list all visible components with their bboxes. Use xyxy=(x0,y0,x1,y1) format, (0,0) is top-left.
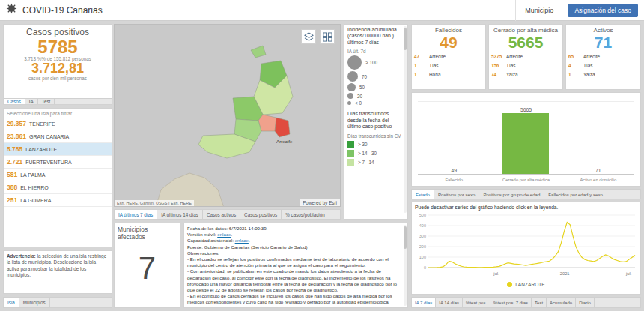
tab-ia14[interactable]: IA 14 días xyxy=(436,298,463,307)
estado-bar-chart-panel: 49 Fallecido 5665 Cerrado por alta médic… xyxy=(411,92,641,187)
map-tab-strip: IA últimos 7 días IA últimos 14 días Cas… xyxy=(114,209,341,220)
svg-text:jul.: jul. xyxy=(493,271,499,276)
municipios-afectados-panel: Municipios afectados 7 xyxy=(114,223,180,308)
tab-ia-14-dias[interactable]: IA últimos 14 días xyxy=(157,210,203,219)
tab-pct-casos-poblacion[interactable]: % casos/población xyxy=(282,210,329,219)
layers-icon xyxy=(304,32,314,42)
tab-acumulado[interactable]: Acumulado xyxy=(547,298,576,307)
island-row-tenerife[interactable]: 29.357 TENERIFE xyxy=(4,118,112,130)
island-row-la-palma[interactable]: 581 LA PALMA xyxy=(4,169,112,181)
panel-title: Activos xyxy=(566,25,640,34)
island-count: 388 xyxy=(7,184,17,191)
legend-circle-item: 20 xyxy=(347,93,401,99)
stat-list-item[interactable]: 74Yaiza xyxy=(489,70,562,79)
map-legend-panel[interactable]: Incidencia acumulada (casos/100000 hab.)… xyxy=(344,24,408,220)
layer-list-button[interactable] xyxy=(301,29,316,44)
island-row-fuerteventura[interactable]: 2.721 FUERTEVENTURA xyxy=(4,156,112,169)
map-panel[interactable]: Arrecife Esri, HERE, Garmin, USGS | Esri… xyxy=(114,24,341,207)
period: . xyxy=(249,238,250,243)
isla-municipios-tab-strip: Isla Municipios xyxy=(3,297,112,308)
tab-test[interactable]: Test xyxy=(38,99,55,104)
island-count: 5.785 xyxy=(7,145,22,153)
stat-list-item[interactable]: 156Tías xyxy=(489,61,562,70)
tab-casos-activos[interactable]: Casos activos xyxy=(203,210,240,219)
muni-arrecife[interactable] xyxy=(275,118,290,137)
ia-line-chart: 0100200300400500jul.2021jul. xyxy=(412,211,640,280)
app-header: COVID-19 Canarias Municipio Asignación d… xyxy=(0,0,644,21)
tab-casos[interactable]: Casos xyxy=(4,99,25,104)
tab-test-pos-7[interactable]: %test pos. 7 días xyxy=(490,298,532,307)
color-swatch xyxy=(347,150,354,157)
tab-casos-positivos[interactable]: Casos positivos xyxy=(240,210,282,219)
basemap-button[interactable] xyxy=(320,29,335,44)
island-row-la-gomera[interactable]: 251 LA GOMERA xyxy=(4,194,112,207)
days-legend-subtitle: Días transcurridos sin CV xyxy=(347,133,401,139)
island-list-panel: Seleccione una isla para filtrar 29.357 … xyxy=(3,108,112,247)
tab-ia[interactable]: IA xyxy=(25,99,38,104)
bar-fallecido[interactable]: 49 Fallecido xyxy=(418,93,489,186)
island-row-gran-canaria[interactable]: 23.861 GRAN CANARIA xyxy=(4,130,112,143)
warning-panel: Advertencia: la selección de una isla re… xyxy=(3,250,112,294)
stat-list-item[interactable]: 47Arrecife xyxy=(412,52,485,61)
info-panel[interactable]: Fecha de los datos: 6/7/2021 14:00:39. V… xyxy=(183,223,408,308)
tab-ia-7-dias[interactable]: IA últimos 7 días xyxy=(115,210,157,219)
tab-municipios[interactable]: Municipios xyxy=(19,298,50,307)
mobile-version-line: Versión móvil: enlace. xyxy=(187,232,401,238)
map-place-label: Arrecife xyxy=(276,139,293,144)
stat-list-item[interactable]: 4Tías xyxy=(566,61,640,70)
color-swatch xyxy=(347,141,354,148)
island-name: FUERTEVENTURA xyxy=(25,160,71,165)
capacity-link[interactable]: enlace xyxy=(235,238,249,243)
asignacion-del-caso-button[interactable]: Asignación del caso xyxy=(568,4,638,17)
observations-title: Observaciones: xyxy=(187,250,401,256)
scrollbar[interactable] xyxy=(404,26,407,213)
stat-list-item[interactable]: 5275Arrecife xyxy=(489,52,562,61)
tab-isla[interactable]: Isla xyxy=(4,298,19,307)
tab-fallecidos-edad-sexo[interactable]: Fallecidos por edad y sexo xyxy=(544,190,607,199)
bar-activo-domicilio[interactable]: 71 Activo en domicilio xyxy=(562,93,634,186)
tab-diario[interactable]: Diario xyxy=(576,298,595,307)
tab-estado[interactable]: Estado xyxy=(412,190,434,199)
tab-test[interactable]: Test xyxy=(532,298,547,307)
municipios-afectados-value: 7 xyxy=(115,250,180,286)
stat-list-item[interactable]: 1Tías xyxy=(412,61,485,70)
size-circle xyxy=(347,101,351,105)
estado-tab-strip: Estado Positivos por sexo Positivos por … xyxy=(411,189,641,199)
stat-list-item[interactable]: 1Yaiza xyxy=(566,70,640,79)
island-row-el-hierro[interactable]: 388 EL HIERRO xyxy=(4,181,112,194)
municipio-button[interactable]: Municipio xyxy=(515,0,562,21)
island-name: GRAN CANARIA xyxy=(29,134,69,139)
island-count: 581 xyxy=(7,171,17,178)
tab-positivos-por-edad[interactable]: Positivos por grupo de edad xyxy=(479,190,544,199)
tab-test-pos[interactable]: %test pos. xyxy=(463,298,490,307)
days-legend-title: Días transcurridos desde la fecha del úl… xyxy=(347,111,401,130)
tab-ia7[interactable]: IA 7 días xyxy=(412,298,436,307)
scrollbar[interactable] xyxy=(404,225,407,306)
color-swatch xyxy=(347,159,354,166)
stat-list-item[interactable]: 65Arrecife xyxy=(566,52,640,61)
legend-dot xyxy=(507,282,512,287)
island-count: 251 xyxy=(7,196,17,204)
panel-title: Casos positivos xyxy=(4,25,112,37)
rate-value: 3.712,81 xyxy=(4,61,112,76)
fallecidos-value: 49 xyxy=(412,34,485,52)
stat-list-item[interactable]: 1Haría xyxy=(412,70,485,79)
observation-item: - En el cuadro se reflejan los positivos… xyxy=(187,256,401,268)
svg-text:100: 100 xyxy=(419,255,426,259)
map-canvas[interactable]: Arrecife xyxy=(115,25,341,207)
cerrado-alta-value: 5665 xyxy=(489,34,562,52)
island-name: EL HIERRO xyxy=(20,185,48,190)
chart-legend[interactable]: LANZAROTE xyxy=(412,280,640,289)
mobile-version-link[interactable]: enlace xyxy=(217,232,231,237)
tab-positivos-por-sexo[interactable]: Positivos por sexo xyxy=(434,190,479,199)
period: . xyxy=(231,232,232,237)
muni-san-bartolome[interactable] xyxy=(258,115,276,131)
casos-tab-strip: Casos IA Test xyxy=(4,98,112,104)
warning-label: Advertencia: xyxy=(7,253,36,259)
bar-cerrado-alta[interactable]: 5665 Cerrado por alta médica xyxy=(490,93,562,186)
bar xyxy=(502,113,549,175)
observation-item: - Con anterioridad, se publicaban en est… xyxy=(187,268,401,293)
cerrado-alta-panel: Cerrado por alta médica 5665 5275Arrecif… xyxy=(488,24,563,90)
chart-note: Puede desactivar series del gráfico haci… xyxy=(412,202,640,211)
island-row-lanzarote[interactable]: 5.785 LANZAROTE xyxy=(4,143,112,156)
